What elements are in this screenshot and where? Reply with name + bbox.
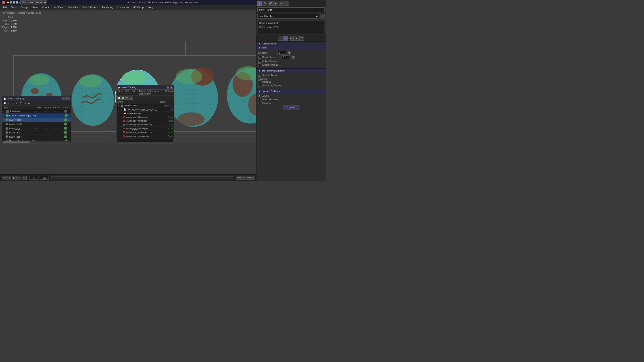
bottom-btn-play[interactable]: ▶ (12, 176, 16, 180)
layer-freeze-eggs-set-2[interactable]: — (45, 140, 53, 141)
layer-item-egg5[interactable]: E easter_egg5 — — — (2, 118, 71, 122)
turbosmooth-header[interactable]: ▼ TurboSmooth (256, 41, 326, 45)
layer-freeze-group[interactable]: — (45, 115, 53, 117)
timeline-bar[interactable] (52, 176, 233, 179)
pv-btn-3[interactable]: ▶ (289, 36, 294, 41)
iterations-up-btn[interactable]: ▲ (288, 51, 290, 53)
layer-freeze-egg5[interactable]: — (41, 119, 50, 121)
menu-create[interactable]: Create (40, 5, 51, 9)
smooth-result-checkbox[interactable] (258, 74, 261, 77)
asset-toolbar-btn-2[interactable]: 📁 (122, 96, 125, 100)
layer-render-egg1[interactable]: — (51, 127, 60, 129)
layer-item-egg1[interactable]: E easter_egg1 — — — (2, 126, 71, 130)
menu-tools[interactable]: Tools (9, 5, 18, 9)
layer-render-0[interactable]: — (51, 110, 60, 112)
pv-btn-4[interactable]: ■ (294, 36, 299, 41)
frame-input[interactable] (30, 176, 38, 180)
modifier-turbosmooth[interactable]: ✓ TurboSmooth (258, 21, 324, 25)
layer-render-egg5[interactable]: — (51, 119, 60, 121)
asset-menu-server[interactable]: Server (118, 90, 124, 95)
smoothing-groups-checkbox[interactable] (258, 84, 261, 87)
iterations-down-btn[interactable]: ▼ (288, 53, 290, 54)
menu-graph-editors[interactable]: Graph Editors (81, 5, 100, 9)
autokey-btn[interactable]: Auto Key (236, 176, 246, 180)
always-radio[interactable] (258, 94, 261, 97)
bottom-btn-1[interactable]: |< (2, 176, 7, 180)
asset-item-specular[interactable]: 🖼 easter_egg_specular.png Found (116, 134, 174, 138)
layer-toolbar-btn-add[interactable]: + (11, 101, 14, 105)
layer-close-btn[interactable]: ✕ (66, 97, 70, 100)
update-button[interactable]: Update (283, 105, 299, 109)
asset-item-diffuse[interactable]: 🖼 easter_egg_diffuse.png Found (116, 115, 174, 119)
menu-maxscript[interactable]: MAXScript (131, 5, 146, 9)
layer-item-egg3[interactable]: E easter_egg3 — — — (2, 122, 71, 126)
layer-toolbar-btn-delete[interactable]: ✕ (7, 101, 10, 105)
rp-btn-create[interactable]: + (257, 1, 262, 5)
bottom-btn-4[interactable]: > (17, 176, 21, 180)
asset-menu-bitmap[interactable]: Bitmap Performance and Memory (139, 90, 163, 95)
pv-btn-5[interactable]: ☰ (300, 36, 304, 41)
menu-help[interactable]: Help (147, 5, 156, 9)
layer-item-0-default[interactable]: ▼ 0 0 (default) — — — (2, 109, 71, 113)
frame-end-input[interactable] (40, 176, 49, 180)
layer-help-btn[interactable]: ? (62, 97, 66, 100)
asset-path-input[interactable] (117, 139, 174, 143)
menu-group[interactable]: Group (19, 5, 30, 9)
asset-item-vault[interactable]: ▼ 🗄 Autodesk Vault Logged O... (116, 104, 174, 108)
bottom-btn-5[interactable]: >| (22, 176, 26, 180)
explicit-normals-checkbox[interactable] (258, 63, 261, 66)
asset-item-maxfile[interactable]: ▼ 📄 Colored_Easter_Eggs_Set_max_vray.max… (116, 108, 174, 111)
render-iters-up-btn[interactable]: ▲ (292, 56, 294, 57)
rp-btn-hierarchy[interactable]: 🔗 (268, 1, 273, 5)
layer-freeze-egg3[interactable]: — (41, 123, 50, 125)
layer-render-egg3[interactable]: — (51, 123, 60, 125)
layer-render-group[interactable]: — (54, 115, 61, 117)
layer-toolbar-btn-6[interactable]: 🔗 (23, 101, 26, 105)
menu-edit[interactable]: Edit (1, 5, 9, 9)
layer-hide-egg4[interactable]: — (32, 136, 40, 138)
layer-render-egg4[interactable]: — (51, 136, 60, 138)
pv-btn-2[interactable]: | (283, 36, 288, 41)
asset-minimize-btn[interactable]: ─ (166, 86, 169, 89)
modifier-turbosmooth-checkbox[interactable]: ✓ (262, 22, 265, 24)
layer-toolbar-btn-7[interactable]: ◆ (27, 101, 31, 105)
layer-toolbar-btn-4[interactable]: ⬆ (15, 101, 18, 105)
asset-close-btn[interactable]: ✕ (170, 86, 173, 89)
pv-btn-1[interactable]: | (278, 36, 283, 41)
layer-render-eggs-set-2[interactable]: — (54, 140, 61, 141)
rp-btn-utilities[interactable]: 🔨 (284, 1, 289, 5)
layer-freeze-egg1[interactable]: — (41, 127, 50, 129)
surface-params-header[interactable]: ▼ Surface Parameters (256, 69, 326, 73)
when-rendering-radio[interactable] (258, 98, 261, 101)
bottom-btn-2[interactable]: < (7, 176, 12, 180)
materials-checkbox[interactable] (258, 80, 261, 83)
rp-btn-display[interactable]: 👁 (278, 1, 284, 5)
asset-toolbar-btn-1[interactable]: 🔄 (118, 96, 121, 100)
layer-toolbar-btn-1[interactable]: 📋 (3, 101, 6, 105)
iterations-input[interactable] (278, 51, 286, 54)
layer-render-egg2[interactable]: — (51, 132, 60, 134)
asset-item-maps[interactable]: ▼ 📁 Maps / Shaders (116, 111, 174, 115)
modifier-configure-btn[interactable]: ⚙ (320, 14, 325, 19)
main-section-header[interactable]: ▼ Main (256, 45, 326, 50)
layer-freeze-egg4[interactable]: — (41, 136, 50, 138)
layer-hide-eggs-set-2[interactable]: — (36, 140, 44, 141)
asset-toolbar-btn-3[interactable]: 🔍 (126, 96, 129, 100)
menu-customize[interactable]: Customize (116, 5, 130, 9)
asset-menu-options[interactable]: Options (165, 90, 173, 95)
layer-freeze-egg2[interactable]: — (41, 132, 50, 134)
object-name-input[interactable] (258, 7, 325, 12)
layer-item-egg4[interactable]: E easter_egg4 — — — (2, 135, 71, 139)
menu-modifiers[interactable]: Modifiers (52, 5, 65, 9)
modifier-editable-poly-checkbox[interactable] (262, 26, 265, 28)
layer-hide-egg2[interactable]: — (32, 132, 40, 134)
layer-hide-egg1[interactable]: — (32, 127, 40, 129)
layer-panel-scrollbar[interactable] (2, 141, 71, 143)
asset-item-frensel[interactable]: 🖼 easter_egg_frensel.png Found (116, 119, 174, 123)
layer-item-eggs-set-2[interactable]: G Colored_Easter_Eggs_Set — — — (2, 139, 71, 141)
isoline-checkbox[interactable] (258, 60, 261, 62)
asset-item-rgloss[interactable]: 🖼 easter_egg_Rglossiness.png Found (116, 130, 174, 134)
rp-btn-motion[interactable]: ▶ (273, 1, 278, 5)
menu-rendering[interactable]: Rendering (100, 5, 115, 9)
modifier-list-dropdown[interactable]: Modifier List (258, 14, 319, 18)
